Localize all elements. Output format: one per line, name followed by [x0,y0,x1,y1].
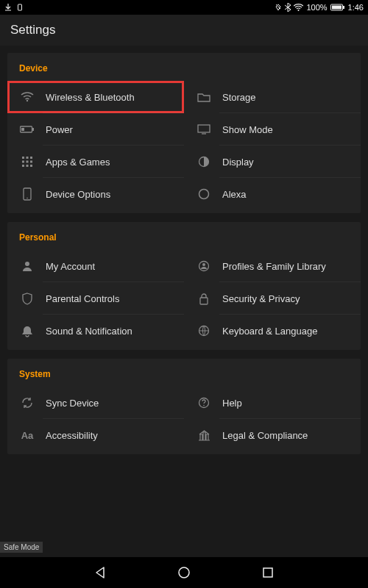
svg-point-22 [199,190,209,199]
item-label: Show Mode [222,124,273,135]
svg-point-30 [179,567,189,578]
item-wireless-bluetooth[interactable]: Wireless & Bluetooth [7,81,184,113]
nav-recents-button[interactable] [259,564,277,581]
item-legal-compliance[interactable]: Legal & Compliance [184,419,361,451]
item-label: Device Options [46,189,110,200]
battery-icon [19,121,35,137]
section-system: System Sync Device Help Aa Accessibility… [7,359,361,454]
item-label: Security & Privacy [222,293,300,304]
item-show-mode[interactable]: Show Mode [184,113,361,146]
wifi-status-icon [294,4,303,11]
battery-percent: 100% [306,3,327,12]
status-bar: 100% 1:46 [0,0,368,15]
svg-rect-11 [26,157,29,159]
apps-icon [19,154,35,170]
svg-rect-4 [343,6,344,9]
nav-back-button[interactable] [91,564,109,581]
item-sync-device[interactable]: Sync Device [7,387,184,419]
safe-mode-label: Safe Mode [0,542,43,553]
section-title-device: Device [7,60,361,81]
wifi-icon [19,89,35,105]
svg-rect-17 [26,165,29,167]
location-off-icon [275,4,282,11]
lock-icon [196,290,212,306]
svg-rect-15 [30,161,32,163]
item-label: Apps & Games [46,157,110,168]
svg-point-23 [25,262,29,266]
item-sound-notification[interactable]: Sound & Notification [7,315,184,347]
settings-content: Device Wireless & Bluetooth Storage Powe… [0,46,368,470]
item-security-privacy[interactable]: Security & Privacy [184,282,361,315]
bluetooth-icon [285,3,291,12]
section-title-personal: Personal [7,229,361,250]
help-icon [196,395,212,411]
portrait-icon [16,4,24,11]
navigation-bar [0,557,368,588]
section-title-system: System [7,366,361,387]
item-label: Profiles & Family Library [222,261,326,272]
item-alexa[interactable]: Alexa [184,178,361,210]
svg-rect-26 [200,298,208,304]
item-profiles-family[interactable]: Profiles & Family Library [184,250,361,282]
svg-rect-14 [26,161,29,163]
item-label: Storage [222,92,256,103]
item-label: Sync Device [46,398,99,409]
device-icon [19,186,35,202]
item-label: Help [222,398,242,409]
svg-rect-3 [332,6,342,10]
svg-rect-0 [18,4,22,10]
svg-rect-18 [30,165,32,167]
folder-icon [196,89,212,105]
item-label: Accessibility [46,430,98,441]
section-device: Device Wireless & Bluetooth Storage Powe… [7,53,361,213]
svg-rect-7 [32,128,34,131]
svg-rect-12 [30,157,32,159]
nav-home-button[interactable] [175,564,193,581]
svg-rect-31 [263,568,272,577]
sync-icon [19,395,35,411]
item-apps-games[interactable]: Apps & Games [7,146,184,178]
globe-icon [196,323,212,339]
item-label: Wireless & Bluetooth [46,92,135,103]
item-keyboard-language[interactable]: Keyboard & Language [184,315,361,347]
bell-icon [19,323,35,339]
svg-point-1 [298,10,300,11]
svg-point-21 [26,198,28,199]
item-label: Alexa [222,189,247,200]
item-my-account[interactable]: My Account [7,250,184,282]
item-label: Legal & Compliance [222,430,308,441]
svg-rect-16 [22,165,24,167]
battery-full-icon [330,4,345,11]
header: Settings [0,15,368,46]
item-label: Keyboard & Language [222,326,317,337]
svg-point-25 [202,263,205,266]
svg-rect-8 [21,128,24,131]
item-label: Display [222,157,254,168]
item-accessibility[interactable]: Aa Accessibility [7,419,184,451]
item-storage[interactable]: Storage [184,81,361,113]
item-label: My Account [46,261,95,272]
svg-point-5 [26,100,28,101]
section-personal: Personal My Account Profiles & Family Li… [7,222,361,350]
svg-rect-13 [22,161,24,163]
download-icon [4,4,12,11]
item-label: Parental Controls [46,293,119,304]
clock: 1:46 [348,3,364,12]
item-label: Sound & Notification [46,326,132,337]
page-title: Settings [10,23,55,37]
legal-icon [196,427,212,443]
item-display[interactable]: Display [184,146,361,178]
item-help[interactable]: Help [184,387,361,419]
aa-icon: Aa [19,427,35,443]
item-label: Power [46,124,73,135]
svg-rect-9 [198,125,210,132]
item-device-options[interactable]: Device Options [7,178,184,210]
item-parental-controls[interactable]: Parental Controls [7,282,184,315]
item-power[interactable]: Power [7,113,184,146]
contrast-icon [196,154,212,170]
svg-point-29 [203,405,205,406]
svg-rect-10 [22,157,24,159]
shield-icon [19,290,35,306]
monitor-icon [196,121,212,137]
profiles-icon [196,258,212,274]
